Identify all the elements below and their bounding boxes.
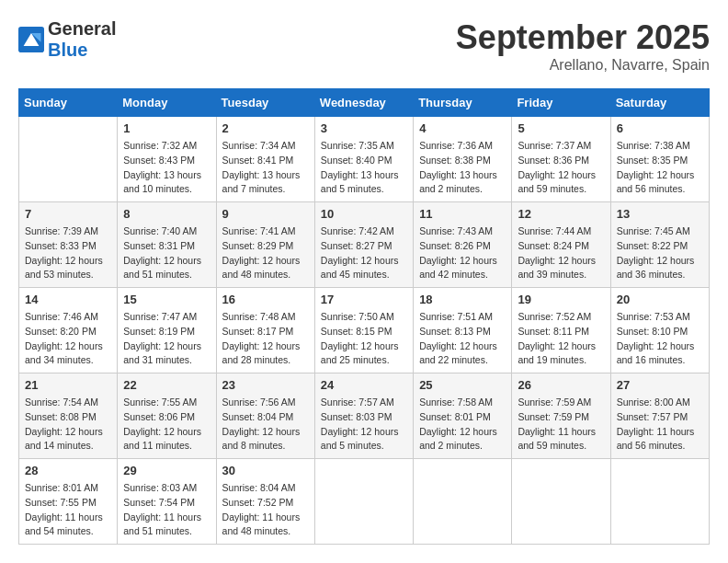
day-info: Sunrise: 7:43 AM Sunset: 8:26 PM Dayligh… bbox=[419, 224, 506, 282]
day-number: 27 bbox=[617, 378, 703, 392]
page-header: General Blue September 2025 Arellano, Na… bbox=[18, 18, 710, 74]
day-number: 6 bbox=[617, 121, 703, 135]
calendar-day-cell: 20Sunrise: 7:53 AM Sunset: 8:10 PM Dayli… bbox=[610, 288, 709, 373]
month-title: September 2025 bbox=[456, 18, 710, 57]
empty-cell bbox=[512, 459, 610, 545]
day-info: Sunrise: 8:00 AM Sunset: 7:57 PM Dayligh… bbox=[617, 396, 703, 454]
day-info: Sunrise: 7:59 AM Sunset: 7:59 PM Dayligh… bbox=[518, 396, 604, 454]
calendar-week-row: 28Sunrise: 8:01 AM Sunset: 7:55 PM Dayli… bbox=[19, 459, 710, 545]
day-number: 28 bbox=[25, 464, 111, 477]
day-number: 14 bbox=[25, 293, 111, 306]
day-number: 22 bbox=[123, 378, 210, 392]
calendar-day-cell: 26Sunrise: 7:59 AM Sunset: 7:59 PM Dayli… bbox=[512, 373, 610, 459]
calendar-day-cell: 3Sunrise: 7:35 AM Sunset: 8:40 PM Daylig… bbox=[314, 117, 413, 202]
empty-cell bbox=[19, 117, 118, 202]
day-number: 26 bbox=[518, 378, 604, 392]
day-of-week-header: Thursday bbox=[414, 89, 512, 117]
day-number: 25 bbox=[419, 378, 506, 392]
day-number: 3 bbox=[321, 121, 407, 135]
calendar-day-cell: 19Sunrise: 7:52 AM Sunset: 8:11 PM Dayli… bbox=[512, 288, 610, 373]
day-info: Sunrise: 7:55 AM Sunset: 8:06 PM Dayligh… bbox=[123, 396, 210, 454]
calendar-day-cell: 7Sunrise: 7:39 AM Sunset: 8:33 PM Daylig… bbox=[19, 202, 118, 288]
calendar-week-row: 21Sunrise: 7:54 AM Sunset: 8:08 PM Dayli… bbox=[19, 373, 710, 459]
logo: General Blue bbox=[18, 18, 116, 61]
day-number: 12 bbox=[518, 207, 604, 221]
day-info: Sunrise: 7:32 AM Sunset: 8:43 PM Dayligh… bbox=[123, 139, 210, 197]
calendar-day-cell: 12Sunrise: 7:44 AM Sunset: 8:24 PM Dayli… bbox=[512, 202, 610, 288]
calendar-day-cell: 25Sunrise: 7:58 AM Sunset: 8:01 PM Dayli… bbox=[414, 373, 512, 459]
day-info: Sunrise: 7:57 AM Sunset: 8:03 PM Dayligh… bbox=[321, 396, 407, 454]
calendar-day-cell: 17Sunrise: 7:50 AM Sunset: 8:15 PM Dayli… bbox=[314, 288, 413, 373]
day-number: 17 bbox=[321, 293, 407, 306]
calendar-body: 1Sunrise: 7:32 AM Sunset: 8:43 PM Daylig… bbox=[19, 117, 710, 545]
calendar-day-cell: 16Sunrise: 7:48 AM Sunset: 8:17 PM Dayli… bbox=[216, 288, 314, 373]
day-number: 8 bbox=[123, 207, 210, 221]
day-number: 30 bbox=[222, 464, 309, 477]
empty-cell bbox=[414, 459, 512, 545]
calendar-day-cell: 24Sunrise: 7:57 AM Sunset: 8:03 PM Dayli… bbox=[314, 373, 413, 459]
calendar-day-cell: 21Sunrise: 7:54 AM Sunset: 8:08 PM Dayli… bbox=[19, 373, 118, 459]
day-info: Sunrise: 7:37 AM Sunset: 8:36 PM Dayligh… bbox=[518, 139, 604, 197]
calendar-header-row: SundayMondayTuesdayWednesdayThursdayFrid… bbox=[19, 89, 710, 117]
day-of-week-header: Friday bbox=[512, 89, 610, 117]
calendar-day-cell: 30Sunrise: 8:04 AM Sunset: 7:52 PM Dayli… bbox=[216, 459, 314, 545]
day-info: Sunrise: 7:35 AM Sunset: 8:40 PM Dayligh… bbox=[321, 139, 407, 197]
day-number: 19 bbox=[518, 293, 604, 306]
day-info: Sunrise: 7:58 AM Sunset: 8:01 PM Dayligh… bbox=[419, 396, 506, 454]
day-number: 21 bbox=[25, 378, 111, 392]
location: Arellano, Navarre, Spain bbox=[456, 57, 710, 74]
logo-text: General Blue bbox=[48, 18, 116, 61]
day-info: Sunrise: 7:52 AM Sunset: 8:11 PM Dayligh… bbox=[518, 310, 604, 368]
day-number: 1 bbox=[123, 121, 210, 135]
calendar-day-cell: 8Sunrise: 7:40 AM Sunset: 8:31 PM Daylig… bbox=[118, 202, 216, 288]
day-number: 23 bbox=[222, 378, 309, 392]
day-info: Sunrise: 7:39 AM Sunset: 8:33 PM Dayligh… bbox=[25, 224, 111, 282]
title-block: September 2025 Arellano, Navarre, Spain bbox=[456, 18, 710, 74]
calendar-day-cell: 13Sunrise: 7:45 AM Sunset: 8:22 PM Dayli… bbox=[610, 202, 709, 288]
calendar-week-row: 7Sunrise: 7:39 AM Sunset: 8:33 PM Daylig… bbox=[19, 202, 710, 288]
calendar-day-cell: 27Sunrise: 8:00 AM Sunset: 7:57 PM Dayli… bbox=[610, 373, 709, 459]
calendar-table: SundayMondayTuesdayWednesdayThursdayFrid… bbox=[18, 88, 710, 545]
day-number: 24 bbox=[321, 378, 407, 392]
day-info: Sunrise: 7:54 AM Sunset: 8:08 PM Dayligh… bbox=[25, 396, 111, 454]
day-number: 20 bbox=[617, 293, 703, 306]
day-info: Sunrise: 7:48 AM Sunset: 8:17 PM Dayligh… bbox=[222, 310, 309, 368]
day-info: Sunrise: 7:36 AM Sunset: 8:38 PM Dayligh… bbox=[419, 139, 506, 197]
day-info: Sunrise: 8:03 AM Sunset: 7:54 PM Dayligh… bbox=[123, 481, 210, 539]
day-info: Sunrise: 7:46 AM Sunset: 8:20 PM Dayligh… bbox=[25, 310, 111, 368]
day-number: 5 bbox=[518, 121, 604, 135]
day-of-week-header: Monday bbox=[118, 89, 216, 117]
day-number: 4 bbox=[419, 121, 506, 135]
day-number: 18 bbox=[419, 293, 506, 306]
logo-icon bbox=[18, 27, 44, 52]
day-number: 2 bbox=[222, 121, 309, 135]
calendar-day-cell: 2Sunrise: 7:34 AM Sunset: 8:41 PM Daylig… bbox=[216, 117, 314, 202]
calendar-week-row: 14Sunrise: 7:46 AM Sunset: 8:20 PM Dayli… bbox=[19, 288, 710, 373]
day-info: Sunrise: 7:41 AM Sunset: 8:29 PM Dayligh… bbox=[222, 224, 309, 282]
calendar-week-row: 1Sunrise: 7:32 AM Sunset: 8:43 PM Daylig… bbox=[19, 117, 710, 202]
calendar-day-cell: 22Sunrise: 7:55 AM Sunset: 8:06 PM Dayli… bbox=[118, 373, 216, 459]
calendar-day-cell: 5Sunrise: 7:37 AM Sunset: 8:36 PM Daylig… bbox=[512, 117, 610, 202]
calendar-day-cell: 15Sunrise: 7:47 AM Sunset: 8:19 PM Dayli… bbox=[118, 288, 216, 373]
day-number: 13 bbox=[617, 207, 703, 221]
calendar-day-cell: 11Sunrise: 7:43 AM Sunset: 8:26 PM Dayli… bbox=[414, 202, 512, 288]
day-info: Sunrise: 8:04 AM Sunset: 7:52 PM Dayligh… bbox=[222, 481, 309, 539]
calendar-day-cell: 9Sunrise: 7:41 AM Sunset: 8:29 PM Daylig… bbox=[216, 202, 314, 288]
calendar-day-cell: 23Sunrise: 7:56 AM Sunset: 8:04 PM Dayli… bbox=[216, 373, 314, 459]
day-info: Sunrise: 7:50 AM Sunset: 8:15 PM Dayligh… bbox=[321, 310, 407, 368]
calendar-day-cell: 1Sunrise: 7:32 AM Sunset: 8:43 PM Daylig… bbox=[118, 117, 216, 202]
calendar-day-cell: 18Sunrise: 7:51 AM Sunset: 8:13 PM Dayli… bbox=[414, 288, 512, 373]
day-number: 9 bbox=[222, 207, 309, 221]
day-info: Sunrise: 7:56 AM Sunset: 8:04 PM Dayligh… bbox=[222, 396, 309, 454]
empty-cell bbox=[314, 459, 413, 545]
day-info: Sunrise: 7:51 AM Sunset: 8:13 PM Dayligh… bbox=[419, 310, 506, 368]
day-number: 11 bbox=[419, 207, 506, 221]
day-of-week-header: Saturday bbox=[610, 89, 709, 117]
calendar-day-cell: 28Sunrise: 8:01 AM Sunset: 7:55 PM Dayli… bbox=[19, 459, 118, 545]
day-info: Sunrise: 7:38 AM Sunset: 8:35 PM Dayligh… bbox=[617, 139, 703, 197]
day-info: Sunrise: 7:42 AM Sunset: 8:27 PM Dayligh… bbox=[321, 224, 407, 282]
empty-cell bbox=[610, 459, 709, 545]
day-info: Sunrise: 7:34 AM Sunset: 8:41 PM Dayligh… bbox=[222, 139, 309, 197]
day-info: Sunrise: 8:01 AM Sunset: 7:55 PM Dayligh… bbox=[25, 481, 111, 539]
calendar-day-cell: 14Sunrise: 7:46 AM Sunset: 8:20 PM Dayli… bbox=[19, 288, 118, 373]
